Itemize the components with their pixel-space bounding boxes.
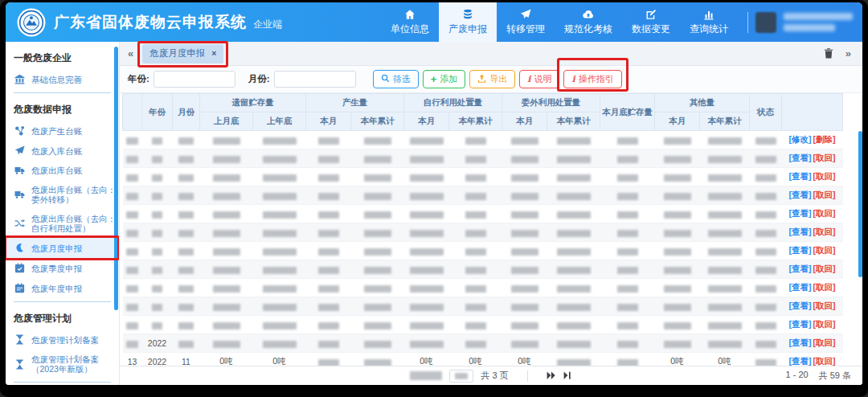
sidebar-item-annual-declaration[interactable]: 危废年度申报 (6, 278, 119, 298)
sidebar-item-quarterly-declaration[interactable]: 危废季度申报 (6, 258, 119, 278)
month-input[interactable] (274, 71, 356, 88)
table-cell (750, 334, 782, 353)
row-action-secondary-link[interactable]: [删除] (813, 134, 836, 144)
redacted-value (410, 193, 444, 200)
redacted-value (708, 137, 742, 145)
export-button[interactable]: 导出 (469, 70, 515, 88)
sidebar-item-monthly-declaration[interactable]: 危废月度申报 (6, 238, 119, 258)
page-input[interactable] (449, 370, 473, 383)
table-row: [查看][取回] (123, 242, 843, 260)
row-action-primary-link[interactable]: [查看] (789, 245, 812, 255)
row-action-secondary-link[interactable]: [取回] (813, 338, 836, 347)
row-action-primary-link[interactable]: [查看] (789, 301, 812, 310)
table-cell (142, 131, 173, 149)
nav-item-data-change[interactable]: 数据变更 (622, 2, 680, 42)
redacted-value (465, 174, 486, 182)
sidebar-divider (14, 301, 111, 302)
row-action-primary-link[interactable]: [查看] (789, 208, 812, 218)
row-action-secondary-link[interactable]: [取回] (813, 319, 836, 329)
sidebar-item-mgmt-plan-filing[interactable]: 危废管理计划备案 (6, 329, 119, 350)
close-tab-icon[interactable]: × (211, 48, 216, 58)
table-cell (306, 353, 351, 366)
row-action-primary-link[interactable]: [查看] (789, 190, 812, 199)
row-action-secondary-link[interactable]: [取回] (813, 208, 836, 218)
row-action-secondary-link[interactable]: [取回] (813, 264, 836, 273)
table-cell (449, 297, 502, 316)
row-action-primary-link[interactable]: [查看] (789, 227, 812, 236)
trash-icon[interactable] (824, 48, 833, 59)
row-action-secondary-link[interactable]: [取回] (813, 301, 836, 310)
sidebar-scrollbar[interactable] (114, 47, 118, 310)
row-action-primary-link[interactable]: [查看] (789, 282, 812, 292)
user-area[interactable] (747, 12, 856, 33)
year-input[interactable] (154, 71, 235, 88)
row-action-primary-link[interactable]: [查看] (789, 153, 812, 162)
sidebar-item-waste-inbound-ledger[interactable]: 危废入库台账 (6, 141, 119, 161)
row-action-secondary-link[interactable]: [取回] (813, 171, 836, 181)
add-button[interactable]: + 添加 (423, 70, 466, 88)
redacted-value (126, 248, 138, 256)
table-cell (351, 149, 404, 168)
row-action-secondary-link[interactable]: [取回] (813, 153, 836, 162)
table-cell: 0吨 (404, 353, 449, 366)
instructions-button[interactable]: i 说明 (519, 70, 559, 88)
table-cell (700, 205, 750, 223)
last-page-icon[interactable] (563, 371, 572, 380)
table-row: [查看][取回] (123, 260, 843, 279)
table-cell (142, 242, 173, 260)
sidebar-item-mgmt-plan-filing-2023[interactable]: 危废管理计划备案（2023年新版） (6, 350, 119, 379)
row-action-secondary-link[interactable]: [取回] (813, 245, 836, 255)
table-cell (449, 242, 502, 260)
redacted-value (511, 322, 538, 329)
table-cell (404, 316, 449, 334)
nodes-icon (14, 125, 25, 136)
nav-item-waste-declaration[interactable]: 产废申报 (439, 2, 497, 42)
collapse-tabs-icon[interactable]: « (128, 48, 133, 59)
row-action-secondary-link[interactable]: [取回] (813, 227, 836, 236)
tab-monthly-declaration[interactable]: 危废月度申报 × (142, 44, 223, 63)
sidebar-item-waste-produce-ledger[interactable]: 危废产生台账 (6, 121, 119, 141)
expand-tabs-icon[interactable]: » (845, 48, 851, 59)
redacted-value (213, 304, 240, 311)
row-action-secondary-link[interactable]: [取回] (813, 282, 836, 292)
table-cell (173, 223, 200, 242)
nav-item-transfer-mgmt[interactable]: 转移管理 (497, 2, 555, 42)
app-window: 广东省固体废物云申报系统 企业端 单位信息 产废申报 转移管理 (6, 2, 862, 385)
filter-button[interactable]: 筛选 (373, 70, 419, 88)
table-cell (404, 223, 449, 242)
redacted-value (364, 285, 391, 293)
row-action-primary-link[interactable]: [查看] (789, 264, 812, 273)
sidebar-item-outbound-outsourced[interactable]: 危废出库台账（去向：委外转移） (6, 180, 119, 209)
row-action-primary-link[interactable]: [查看] (789, 319, 812, 329)
nav-item-query-stats[interactable]: 查询统计 (680, 2, 738, 42)
redacted-value (708, 322, 742, 329)
tab-bar: « 危废月度申报 × » (120, 42, 862, 66)
table-cell (123, 297, 142, 316)
sidebar-item-waste-outbound-ledger[interactable]: 危废出库台账 (6, 161, 119, 180)
row-action-primary-link[interactable]: [修改] (789, 134, 812, 144)
row-action-secondary-link[interactable]: [取回] (813, 356, 836, 366)
row-action-primary-link[interactable]: [查看] (789, 356, 812, 366)
nav-item-unit-info[interactable]: 单位信息 (381, 2, 439, 42)
pager-redacted-controls[interactable] (410, 371, 442, 380)
sidebar-item-basic-info[interactable]: 基础信息完善 (6, 69, 119, 89)
table-cell (253, 260, 306, 279)
redacted-value (126, 304, 138, 311)
row-action-secondary-link[interactable]: [取回] (813, 190, 836, 199)
nav-item-standard-assessment[interactable]: 规范化考核 (555, 2, 622, 42)
redacted-value (318, 137, 339, 145)
user-avatar[interactable] (755, 12, 776, 33)
table-scrollbar[interactable] (858, 131, 862, 277)
redacted-value (557, 304, 591, 311)
row-action-primary-link[interactable]: [查看] (789, 338, 812, 347)
table-cell (655, 297, 700, 316)
table-cell (306, 242, 351, 260)
export-icon (477, 74, 486, 84)
table-cell (700, 149, 750, 168)
table-cell (306, 205, 351, 223)
sidebar-item-outbound-self-disposal[interactable]: 危废出库台账（去向：自行利用处置） (6, 209, 119, 238)
row-action-primary-link[interactable]: [查看] (789, 171, 812, 181)
next-page-icon[interactable] (547, 371, 556, 380)
redacted-value (617, 174, 638, 182)
operation-guide-button[interactable]: i 操作指引 (563, 70, 621, 88)
